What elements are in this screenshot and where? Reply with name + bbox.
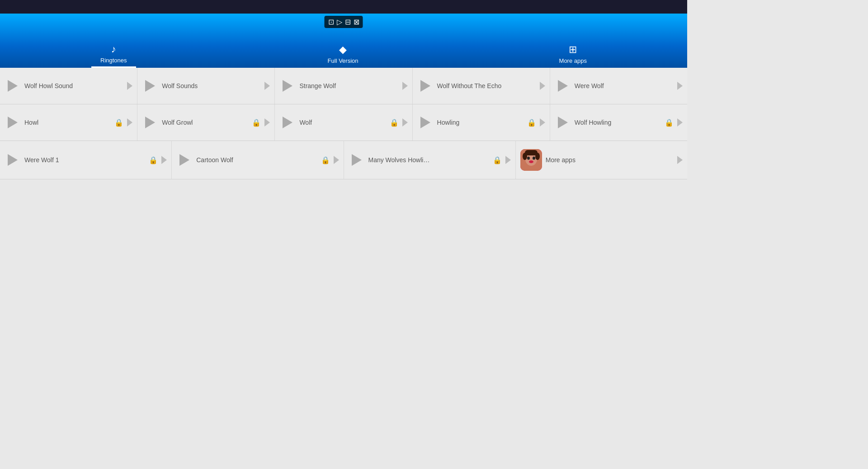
cell-howling[interactable]: Howling🔒 — [413, 104, 550, 141]
cell-wolf-howl-sound[interactable]: Wolf Howl Sound — [0, 68, 137, 104]
chevron-right-icon — [540, 82, 545, 90]
play-button-wolf-howling[interactable] — [555, 114, 571, 131]
track-name-wolf-howl-sound: Wolf Howl Sound — [24, 82, 123, 89]
more-apps-cell-label: More apps — [546, 156, 674, 164]
play-button-were-wolf[interactable] — [555, 78, 571, 94]
tab-ringtones[interactable]: ♪ Ringtones — [91, 40, 136, 68]
play-triangle-icon — [352, 154, 362, 166]
play-triangle-icon — [8, 117, 18, 128]
tab-full-version[interactable]: ◆ Full Version — [319, 40, 368, 68]
more-apps-thumbnail — [520, 149, 542, 171]
chevron-right-icon — [161, 156, 167, 164]
svg-point-2 — [527, 157, 530, 160]
track-name-strange-wolf: Strange Wolf — [299, 82, 398, 89]
track-name-were-wolf-1: Were Wolf 1 — [24, 156, 145, 164]
tab-full-version-label: Full Version — [328, 57, 359, 64]
play-triangle-icon — [558, 80, 568, 92]
play-button-howl[interactable] — [5, 114, 21, 131]
play-button-wolf-howl-sound[interactable] — [5, 78, 21, 94]
tab-ringtones-label: Ringtones — [100, 57, 127, 64]
svg-point-3 — [533, 157, 535, 160]
play-button-strange-wolf[interactable] — [279, 78, 296, 94]
svg-point-7 — [535, 153, 540, 160]
nav-tabs: ♪ Ringtones ◆ Full Version ⊞ More apps — [0, 40, 687, 68]
track-name-many-wolves-howling: Many Wolves Howli… — [368, 156, 489, 164]
lock-icon: 🔒 — [527, 118, 536, 127]
track-name-cartoon-wolf: Cartoon Wolf — [196, 156, 317, 164]
lock-icon: 🔒 — [321, 156, 330, 164]
ringtones-icon: ♪ — [111, 43, 116, 55]
play-triangle-icon — [283, 117, 292, 128]
toolbar-btn-2[interactable]: ▷ — [337, 18, 342, 26]
lock-icon: 🔒 — [493, 156, 502, 164]
toolbar-btn-3[interactable]: ⊟ — [345, 18, 351, 26]
content-area: Wolf Howl SoundWolf SoundsStrange WolfWo… — [0, 68, 687, 179]
chevron-right-icon — [677, 82, 683, 90]
play-triangle-icon — [558, 117, 568, 128]
cell-howl[interactable]: Howl🔒 — [0, 104, 137, 141]
app-header: ⊡ ▷ ⊟ ⊠ ♪ Ringtones ◆ Full Version ⊞ Mor… — [0, 14, 687, 68]
cell-wolf-howling[interactable]: Wolf Howling🔒 — [550, 104, 687, 141]
svg-point-4 — [529, 160, 533, 163]
track-name-wolf-sounds: Wolf Sounds — [162, 82, 261, 89]
play-button-wolf-sounds[interactable] — [142, 78, 158, 94]
track-name-were-wolf: Were Wolf — [575, 82, 674, 89]
play-triangle-icon — [420, 117, 430, 128]
play-button-wolf-without-echo[interactable] — [417, 78, 434, 94]
svg-point-6 — [523, 153, 527, 160]
track-name-wolf-without-echo: Wolf Without The Echo — [437, 82, 536, 89]
lock-icon: 🔒 — [252, 118, 261, 127]
play-button-many-wolves-howling[interactable] — [349, 152, 365, 168]
cell-wolf-without-echo[interactable]: Wolf Without The Echo — [413, 68, 550, 104]
chevron-right-icon — [677, 156, 683, 164]
diamond-icon: ◆ — [339, 44, 347, 56]
track-name-howl: Howl — [24, 119, 111, 126]
grid-row: Howl🔒Wolf Growl🔒Wolf🔒Howling🔒Wolf Howlin… — [0, 104, 687, 141]
cell-wolf-sounds[interactable]: Wolf Sounds — [137, 68, 275, 104]
chevron-right-icon — [264, 118, 270, 127]
lock-icon: 🔒 — [114, 118, 123, 127]
play-triangle-icon — [8, 80, 18, 92]
play-triangle-icon — [420, 80, 430, 92]
cell-wolf-growl[interactable]: Wolf Growl🔒 — [137, 104, 275, 141]
play-triangle-icon — [145, 117, 155, 128]
track-name-howling: Howling — [437, 119, 524, 126]
cell-cartoon-wolf[interactable]: Cartoon Wolf🔒 — [172, 141, 344, 179]
chevron-right-icon — [127, 118, 132, 127]
play-triangle-icon — [145, 80, 155, 92]
cell-were-wolf-1[interactable]: Were Wolf 1🔒 — [0, 141, 172, 179]
lock-icon: 🔒 — [390, 118, 399, 127]
tab-more-apps[interactable]: ⊞ More apps — [550, 40, 596, 68]
titlebar — [0, 0, 687, 14]
play-button-howling[interactable] — [417, 114, 434, 131]
play-button-cartoon-wolf[interactable] — [176, 152, 193, 168]
play-button-wolf[interactable] — [279, 114, 296, 131]
toolbar-btn-4[interactable]: ⊠ — [354, 18, 359, 26]
track-name-wolf: Wolf — [299, 119, 386, 126]
cell-strange-wolf[interactable]: Strange Wolf — [275, 68, 412, 104]
chevron-right-icon — [540, 118, 545, 127]
toolbar-btn-1[interactable]: ⊡ — [328, 18, 334, 26]
chevron-right-icon — [402, 82, 408, 90]
grid-row: Wolf Howl SoundWolf SoundsStrange WolfWo… — [0, 68, 687, 104]
cell-many-wolves-howling[interactable]: Many Wolves Howli…🔒 — [344, 141, 516, 179]
chevron-right-icon — [677, 118, 683, 127]
cell-more-apps-cell[interactable]: More apps — [516, 141, 687, 179]
lock-icon: 🔒 — [149, 156, 158, 164]
tab-more-apps-label: More apps — [559, 57, 587, 64]
cell-wolf[interactable]: Wolf🔒 — [275, 104, 412, 141]
play-triangle-icon — [283, 80, 292, 92]
chevron-right-icon — [505, 156, 511, 164]
track-name-wolf-howling: Wolf Howling — [575, 119, 661, 126]
play-button-wolf-growl[interactable] — [142, 114, 158, 131]
play-button-were-wolf-1[interactable] — [5, 152, 21, 168]
chevron-right-icon — [334, 156, 339, 164]
toolbar-overlay: ⊡ ▷ ⊟ ⊠ — [325, 16, 363, 28]
play-triangle-icon — [8, 154, 18, 166]
chevron-right-icon — [264, 82, 270, 90]
lock-icon: 🔒 — [665, 118, 674, 127]
cell-were-wolf[interactable]: Were Wolf — [550, 68, 687, 104]
chevron-right-icon — [127, 82, 132, 90]
play-triangle-icon — [179, 154, 189, 166]
grid-row: Were Wolf 1🔒Cartoon Wolf🔒Many Wolves How… — [0, 141, 687, 179]
